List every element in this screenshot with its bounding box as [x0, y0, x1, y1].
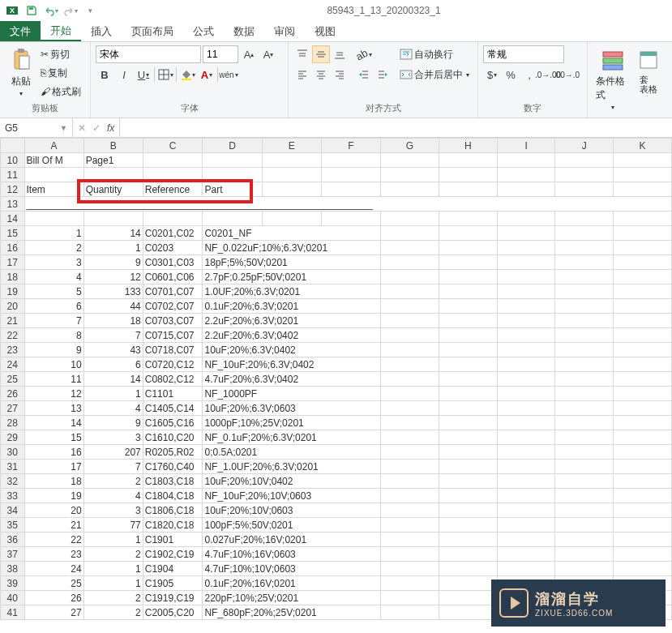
select-all-corner[interactable] [1, 139, 25, 153]
row-header[interactable]: 21 [1, 314, 25, 328]
cell[interactable] [614, 299, 672, 314]
cell[interactable] [614, 241, 672, 255]
row-header[interactable]: 22 [1, 328, 25, 343]
cell[interactable] [497, 518, 555, 532]
cell[interactable] [614, 255, 672, 270]
row-header[interactable]: 14 [1, 212, 25, 226]
cell[interactable] [439, 153, 497, 168]
row-header[interactable]: 23 [1, 343, 25, 357]
cell[interactable] [24, 212, 83, 226]
cell[interactable]: 3 [83, 430, 143, 445]
cell[interactable] [497, 241, 555, 255]
cell[interactable]: C1405,C14 [143, 401, 203, 416]
cell[interactable]: 21 [24, 518, 83, 532]
cell[interactable]: 4 [83, 401, 143, 416]
cut-button[interactable]: ✂ 剪切 [41, 45, 81, 63]
col-header[interactable]: D [203, 139, 262, 153]
wrap-text-button[interactable]: 自动换行 [400, 45, 469, 63]
cell[interactable] [439, 299, 497, 314]
cell[interactable]: 10uF;20%;10V;0603 [203, 503, 381, 518]
cell[interactable] [381, 532, 439, 547]
cell[interactable]: 220pF;10%;25V;0201 [203, 591, 381, 605]
cell[interactable]: 17 [24, 460, 83, 474]
cell[interactable] [381, 401, 439, 416]
orientation-button[interactable]: ab [355, 45, 373, 63]
col-header[interactable]: F [321, 139, 380, 153]
cell[interactable]: NF_10uF;20%;6.3V;0402 [203, 357, 381, 372]
formula-input[interactable] [120, 118, 672, 137]
cell[interactable] [555, 299, 614, 314]
cell[interactable]: 1.0UF;20%;6.3V;0201 [203, 284, 381, 299]
cell[interactable] [381, 576, 439, 591]
cell[interactable] [555, 328, 614, 343]
cell[interactable]: 10uF;20%;6.3V;0603 [203, 401, 381, 416]
cell[interactable] [614, 445, 672, 460]
cell[interactable]: 24 [24, 562, 83, 576]
row-header[interactable]: 24 [1, 357, 25, 372]
row-header[interactable]: 11 [1, 168, 25, 182]
cell[interactable] [614, 328, 672, 343]
col-header[interactable]: J [555, 139, 614, 153]
row-header[interactable]: 28 [1, 416, 25, 430]
cell[interactable]: NF_1.0UF;20%;6.3V;0201 [203, 460, 381, 474]
cell[interactable]: 8 [24, 328, 83, 343]
cell[interactable] [439, 474, 497, 489]
cell[interactable]: C0201_NF [203, 226, 381, 241]
decrease-indent-button[interactable] [355, 66, 373, 83]
cell[interactable]: C0301,C03 [143, 255, 203, 270]
cell[interactable]: 1 [83, 562, 143, 576]
row-header[interactable]: 19 [1, 284, 25, 299]
cell[interactable] [614, 474, 672, 489]
cell[interactable] [439, 547, 497, 562]
tab-home[interactable]: 开始 [41, 21, 81, 41]
cell[interactable] [614, 416, 672, 430]
cell[interactable] [262, 182, 321, 197]
cell[interactable]: 13 [24, 401, 83, 416]
cell[interactable]: 12 [83, 270, 143, 284]
cell[interactable] [439, 328, 497, 343]
cell[interactable]: 2.7pF;0.25pF;50V;0201 [203, 270, 381, 284]
cell[interactable]: 9 [83, 255, 143, 270]
row-header[interactable]: 37 [1, 547, 25, 562]
tab-view[interactable]: 视图 [305, 21, 345, 41]
cell[interactable] [555, 212, 614, 226]
cell[interactable] [439, 168, 497, 182]
cell[interactable]: 133 [83, 284, 143, 299]
cell[interactable]: 14 [24, 416, 83, 430]
cell[interactable] [555, 182, 614, 197]
cell[interactable] [381, 343, 439, 357]
cell[interactable]: ________________________________________… [24, 197, 671, 212]
font-name-select[interactable] [96, 45, 201, 63]
cell[interactable] [614, 562, 672, 576]
cell[interactable]: 2 [83, 474, 143, 489]
cell[interactable] [381, 168, 439, 182]
cell[interactable]: 10uF;20%;6.3V;0402 [203, 343, 381, 357]
cell[interactable]: C1901 [143, 532, 203, 547]
cell[interactable]: 19 [24, 489, 83, 503]
row-header[interactable]: 41 [1, 605, 25, 620]
cell[interactable]: 0;0.5A;0201 [203, 445, 381, 460]
cell[interactable] [497, 328, 555, 343]
cell[interactable]: C0703,C07 [143, 314, 203, 328]
row-header[interactable]: 26 [1, 387, 25, 401]
row-header[interactable]: 32 [1, 474, 25, 489]
cell[interactable] [555, 357, 614, 372]
cell[interactable]: 12 [24, 387, 83, 401]
merge-button[interactable]: 合并后居中 ▾ [400, 66, 469, 83]
align-left-button[interactable] [293, 66, 311, 83]
cell[interactable] [381, 357, 439, 372]
column-headers[interactable]: A B C D E F G H I J K [1, 139, 672, 153]
cell[interactable]: C0715,C07 [143, 328, 203, 343]
cell[interactable] [497, 489, 555, 503]
cell[interactable] [439, 357, 497, 372]
cell[interactable] [439, 226, 497, 241]
cell[interactable]: C1803,C18 [143, 474, 203, 489]
cell[interactable] [497, 547, 555, 562]
row-header[interactable]: 30 [1, 445, 25, 460]
row-header[interactable]: 27 [1, 401, 25, 416]
cell[interactable]: Page1 [83, 153, 143, 168]
cell[interactable]: C1610,C20 [143, 430, 203, 445]
cell[interactable] [497, 168, 555, 182]
cell[interactable] [497, 387, 555, 401]
cell[interactable] [381, 241, 439, 255]
